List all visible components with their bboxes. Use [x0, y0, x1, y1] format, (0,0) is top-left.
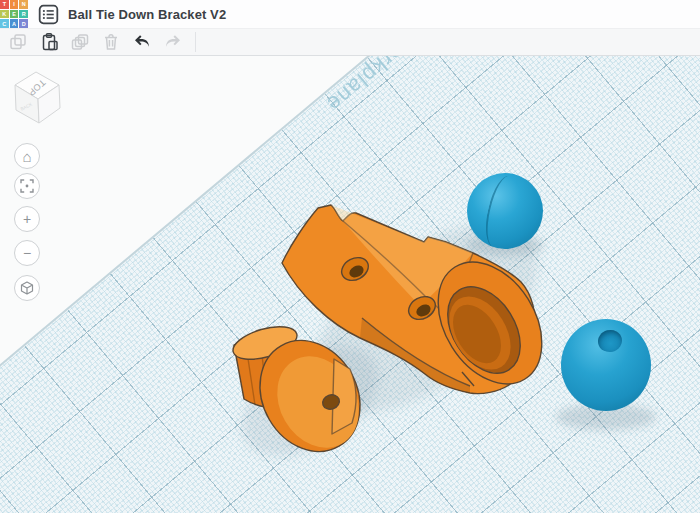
ball-with-seam[interactable] [467, 173, 543, 249]
tinkercad-app: TIN KER CAD Ball Tie Down Bracket V2 [0, 0, 700, 513]
paste-button[interactable] [36, 30, 62, 54]
redo-button[interactable] [160, 30, 186, 54]
tinkercad-logo[interactable]: TIN KER CAD [0, 0, 28, 28]
fit-view-icon [20, 179, 34, 193]
minus-icon: − [23, 246, 31, 260]
perspective-toggle-button[interactable] [14, 275, 40, 301]
undo-icon [132, 32, 152, 52]
redo-icon [163, 32, 183, 52]
ball-seam-line [480, 172, 523, 249]
copy-icon [8, 32, 28, 52]
trash-icon [101, 32, 121, 52]
design-menu-icon [38, 4, 59, 25]
zoom-in-button[interactable]: + [14, 206, 40, 232]
toolbar-divider [195, 32, 196, 52]
view-cube[interactable]: TOP BACK [6, 66, 68, 130]
ball-with-hole[interactable] [561, 319, 651, 411]
copy-button[interactable] [5, 30, 31, 54]
design-title[interactable]: Ball Tie Down Bracket V2 [68, 7, 226, 22]
title-bar: TIN KER CAD Ball Tie Down Bracket V2 [0, 0, 700, 28]
perspective-cube-icon [20, 281, 34, 295]
home-icon: ⌂ [22, 149, 31, 164]
design-menu-button[interactable] [37, 3, 59, 25]
duplicate-icon [70, 32, 90, 52]
viewport-canvas[interactable]: Workplane [0, 56, 700, 513]
orange-parts [0, 56, 700, 513]
delete-button[interactable] [98, 30, 124, 54]
duplicate-button[interactable] [67, 30, 93, 54]
knob-plug[interactable] [229, 320, 379, 469]
edit-toolbar [0, 28, 700, 56]
paste-icon [39, 32, 59, 52]
plus-icon: + [23, 212, 31, 226]
ball-top-hole [596, 327, 625, 354]
home-view-button[interactable]: ⌂ [14, 143, 40, 169]
scene-3d [0, 56, 700, 513]
zoom-out-button[interactable]: − [14, 240, 40, 266]
undo-button[interactable] [129, 30, 155, 54]
fit-view-button[interactable] [14, 173, 40, 199]
